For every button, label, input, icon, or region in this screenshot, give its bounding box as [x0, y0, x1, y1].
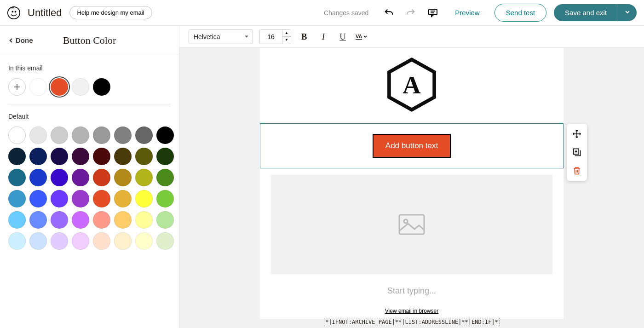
color-swatch[interactable] [114, 232, 132, 250]
view-in-browser-link[interactable]: View email in browser [385, 308, 439, 314]
move-block-button[interactable] [569, 127, 584, 141]
add-color-button[interactable] [8, 78, 26, 96]
color-swatch[interactable] [114, 148, 132, 165]
logo-block[interactable]: A [260, 48, 564, 123]
color-swatch[interactable] [51, 232, 68, 250]
color-swatch[interactable] [51, 78, 68, 96]
color-swatch[interactable] [8, 127, 26, 144]
color-swatch[interactable] [8, 211, 26, 229]
color-swatch[interactable] [72, 169, 89, 186]
save-exit-button[interactable]: Save and exit [554, 4, 618, 21]
color-swatch[interactable] [135, 169, 153, 186]
letter-spacing-button[interactable]: VA [356, 34, 367, 40]
in-email-swatches [8, 78, 171, 96]
color-swatch[interactable] [135, 232, 153, 250]
color-swatch[interactable] [72, 148, 89, 165]
color-swatch[interactable] [114, 169, 132, 186]
color-swatch[interactable] [72, 232, 89, 250]
format-toolbar: Helvetica ▲ ▼ B I U VA [179, 26, 644, 48]
color-swatch[interactable] [29, 127, 47, 144]
send-test-button[interactable]: Send test [494, 4, 546, 22]
svg-rect-9 [399, 215, 424, 234]
color-swatch[interactable] [135, 211, 153, 229]
color-swatch[interactable] [93, 232, 110, 250]
color-swatch[interactable] [156, 169, 174, 186]
sidebar: Done Button Color In this email Default [0, 26, 179, 328]
image-placeholder-block[interactable] [271, 175, 552, 274]
svg-point-10 [404, 219, 408, 223]
color-swatch[interactable] [51, 148, 68, 165]
duplicate-block-button[interactable] [569, 145, 584, 160]
color-swatch[interactable] [51, 211, 68, 229]
default-label: Default [8, 113, 171, 120]
canvas-area: Helvetica ▲ ▼ B I U VA A [179, 26, 644, 328]
underline-button[interactable]: U [336, 32, 349, 42]
color-swatch[interactable] [8, 148, 26, 165]
preview-link[interactable]: Preview [455, 9, 479, 17]
size-up-button[interactable]: ▲ [282, 30, 291, 37]
font-select-value: Helvetica [194, 33, 220, 40]
color-swatch[interactable] [156, 148, 174, 165]
color-swatch[interactable] [93, 190, 110, 207]
email-body: A Add button text [260, 48, 564, 319]
default-palette [8, 127, 171, 250]
color-swatch[interactable] [29, 232, 47, 250]
undo-button[interactable] [381, 6, 396, 20]
color-swatch[interactable] [72, 190, 89, 207]
save-exit-group: Save and exit [554, 4, 637, 21]
save-exit-dropdown[interactable] [618, 4, 637, 21]
button-block[interactable]: Add button text [260, 123, 564, 168]
color-swatch[interactable] [8, 232, 26, 250]
color-swatch[interactable] [29, 211, 47, 229]
done-label: Done [16, 36, 33, 44]
color-swatch[interactable] [156, 232, 174, 250]
color-swatch[interactable] [156, 127, 174, 144]
font-size-input[interactable] [260, 30, 282, 44]
italic-button[interactable]: I [317, 32, 330, 42]
bold-button[interactable]: B [298, 32, 310, 42]
redo-button[interactable] [403, 6, 418, 20]
color-swatch[interactable] [93, 148, 110, 165]
done-button[interactable]: Done [8, 36, 33, 44]
color-swatch[interactable] [29, 148, 47, 165]
color-swatch[interactable] [156, 211, 174, 229]
color-swatch[interactable] [93, 169, 110, 186]
color-swatch[interactable] [72, 211, 89, 229]
color-swatch[interactable] [135, 127, 153, 144]
document-title[interactable]: Untitled [28, 7, 62, 19]
size-down-button[interactable]: ▼ [282, 37, 291, 44]
save-status: Changes saved [324, 9, 368, 17]
svg-rect-3 [429, 9, 437, 15]
color-swatch[interactable] [29, 78, 47, 96]
color-swatch[interactable] [72, 78, 89, 96]
help-design-button[interactable]: Help me design my email [69, 6, 152, 19]
mailchimp-logo [7, 6, 20, 19]
top-bar: Untitled Help me design my email Changes… [0, 0, 644, 26]
color-swatch[interactable] [93, 127, 110, 144]
color-swatch[interactable] [72, 127, 89, 144]
color-swatch[interactable] [29, 190, 47, 207]
color-swatch[interactable] [8, 169, 26, 186]
color-swatch[interactable] [135, 148, 153, 165]
email-cta-button[interactable]: Add button text [373, 134, 451, 158]
color-swatch[interactable] [8, 190, 26, 207]
in-this-email-label: In this email [8, 64, 171, 72]
color-swatch[interactable] [114, 127, 132, 144]
block-tools [567, 124, 587, 181]
color-swatch[interactable] [114, 211, 132, 229]
font-select[interactable]: Helvetica [189, 29, 253, 44]
delete-block-button[interactable] [569, 163, 584, 178]
color-swatch[interactable] [135, 190, 153, 207]
text-placeholder[interactable]: Start typing... [260, 282, 564, 305]
svg-point-0 [8, 6, 20, 18]
color-swatch[interactable] [51, 190, 68, 207]
color-swatch[interactable] [93, 78, 110, 96]
color-swatch[interactable] [93, 211, 110, 229]
color-swatch[interactable] [51, 127, 68, 144]
comments-button[interactable] [426, 6, 440, 20]
font-size-control: ▲ ▼ [259, 29, 291, 44]
color-swatch[interactable] [51, 169, 68, 186]
color-swatch[interactable] [114, 190, 132, 207]
color-swatch[interactable] [156, 190, 174, 207]
color-swatch[interactable] [29, 169, 47, 186]
